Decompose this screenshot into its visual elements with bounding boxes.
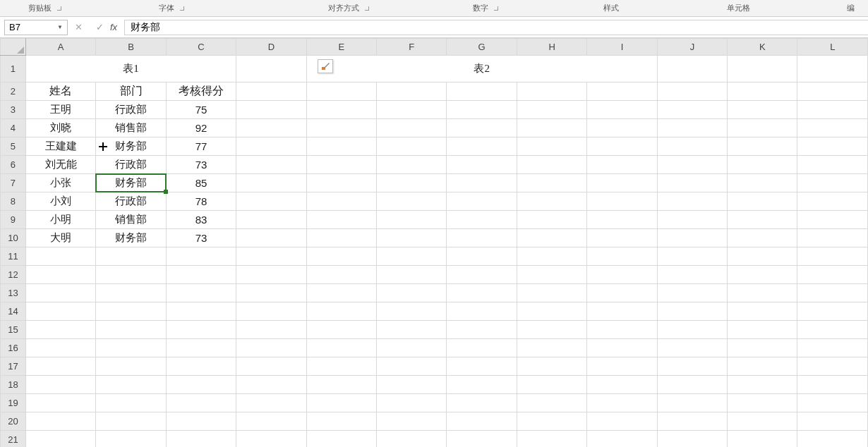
cell[interactable] bbox=[25, 412, 95, 431]
cell[interactable] bbox=[797, 431, 868, 448]
cell[interactable] bbox=[306, 192, 376, 211]
paste-options-button[interactable] bbox=[318, 59, 333, 73]
cell[interactable] bbox=[447, 211, 517, 229]
cell[interactable] bbox=[377, 119, 447, 137]
cell[interactable] bbox=[797, 82, 868, 101]
cell[interactable] bbox=[306, 229, 376, 247]
cell[interactable]: 刘无能 bbox=[25, 156, 95, 174]
cell[interactable] bbox=[236, 357, 306, 376]
cell[interactable] bbox=[236, 431, 306, 448]
cell[interactable] bbox=[25, 431, 95, 448]
row-header-13[interactable]: 13 bbox=[1, 284, 26, 302]
cell[interactable] bbox=[447, 266, 517, 284]
cell[interactable] bbox=[728, 376, 797, 394]
name-box[interactable]: B7 ▼ bbox=[4, 20, 68, 35]
cell[interactable] bbox=[587, 156, 657, 174]
cell[interactable] bbox=[447, 302, 517, 321]
row-header-6[interactable]: 6 bbox=[1, 156, 26, 174]
cell[interactable] bbox=[797, 192, 868, 211]
cell[interactable] bbox=[587, 339, 657, 357]
cell[interactable] bbox=[236, 156, 306, 174]
cell[interactable] bbox=[517, 119, 586, 137]
cell[interactable] bbox=[728, 156, 797, 174]
cell[interactable] bbox=[517, 229, 586, 247]
cell[interactable] bbox=[236, 284, 306, 302]
cell[interactable] bbox=[797, 266, 868, 284]
cell[interactable]: 小张 bbox=[25, 174, 95, 192]
cell[interactable]: 销售部 bbox=[96, 119, 166, 137]
cell[interactable] bbox=[728, 302, 797, 321]
cell[interactable] bbox=[517, 192, 586, 211]
cell[interactable] bbox=[236, 302, 306, 321]
row-header-2[interactable]: 2 bbox=[1, 82, 26, 101]
cell[interactable] bbox=[797, 376, 868, 394]
cell[interactable]: 78 bbox=[166, 192, 236, 211]
cell[interactable] bbox=[447, 412, 517, 431]
cell-active[interactable]: 财务部 bbox=[96, 174, 166, 192]
cell[interactable] bbox=[797, 357, 868, 376]
cell[interactable] bbox=[728, 56, 797, 82]
cell[interactable] bbox=[797, 174, 868, 192]
cell[interactable] bbox=[25, 376, 95, 394]
col-header-E[interactable]: E bbox=[306, 39, 376, 56]
cell[interactable] bbox=[657, 431, 727, 448]
cell[interactable] bbox=[587, 321, 657, 339]
row-header-10[interactable]: 10 bbox=[1, 229, 26, 247]
cell[interactable] bbox=[657, 412, 727, 431]
cell[interactable] bbox=[25, 357, 95, 376]
cell[interactable] bbox=[657, 376, 727, 394]
cell[interactable]: 77 bbox=[166, 137, 236, 156]
cell[interactable] bbox=[797, 137, 868, 156]
cell[interactable] bbox=[447, 101, 517, 119]
cell[interactable] bbox=[728, 247, 797, 266]
cell[interactable] bbox=[166, 412, 236, 431]
cell[interactable] bbox=[236, 321, 306, 339]
cell[interactable] bbox=[657, 321, 727, 339]
cell[interactable] bbox=[517, 339, 586, 357]
cell[interactable] bbox=[25, 266, 95, 284]
cell[interactable] bbox=[517, 321, 586, 339]
cell[interactable] bbox=[377, 266, 447, 284]
cell[interactable] bbox=[517, 137, 586, 156]
col-header-G[interactable]: G bbox=[447, 39, 517, 56]
cell[interactable]: 行政部 bbox=[96, 192, 166, 211]
cell[interactable] bbox=[306, 431, 376, 448]
cell[interactable] bbox=[797, 339, 868, 357]
cell[interactable] bbox=[377, 321, 447, 339]
grid[interactable]: A B C D E F G H I J K L 1 表1 表2 bbox=[0, 38, 868, 447]
cell[interactable] bbox=[306, 394, 376, 412]
cell[interactable] bbox=[96, 302, 166, 321]
cell[interactable] bbox=[96, 321, 166, 339]
row-header-4[interactable]: 4 bbox=[1, 119, 26, 137]
cell[interactable] bbox=[377, 82, 447, 101]
cell[interactable] bbox=[657, 119, 727, 137]
cell[interactable] bbox=[25, 302, 95, 321]
cell[interactable] bbox=[587, 119, 657, 137]
cell[interactable] bbox=[797, 156, 868, 174]
cell[interactable] bbox=[236, 56, 306, 82]
enter-icon[interactable]: ✓ bbox=[96, 22, 104, 32]
cell[interactable] bbox=[447, 229, 517, 247]
cell[interactable] bbox=[25, 247, 95, 266]
cell[interactable]: 姓名 bbox=[25, 82, 95, 101]
cell[interactable] bbox=[657, 266, 727, 284]
cell[interactable] bbox=[166, 302, 236, 321]
cell[interactable]: 85 bbox=[166, 174, 236, 192]
cell[interactable] bbox=[25, 284, 95, 302]
cell[interactable] bbox=[657, 211, 727, 229]
cell[interactable] bbox=[517, 302, 586, 321]
cell[interactable] bbox=[587, 211, 657, 229]
cell[interactable] bbox=[377, 302, 447, 321]
cell[interactable] bbox=[587, 266, 657, 284]
cell[interactable] bbox=[728, 174, 797, 192]
cell[interactable] bbox=[587, 101, 657, 119]
cell[interactable] bbox=[728, 82, 797, 101]
cell[interactable] bbox=[587, 192, 657, 211]
cell[interactable] bbox=[96, 266, 166, 284]
cell[interactable] bbox=[797, 56, 868, 82]
row-header-8[interactable]: 8 bbox=[1, 192, 26, 211]
row-header-11[interactable]: 11 bbox=[1, 247, 26, 266]
cell[interactable] bbox=[517, 376, 586, 394]
cell[interactable] bbox=[657, 247, 727, 266]
cell[interactable] bbox=[657, 156, 727, 174]
